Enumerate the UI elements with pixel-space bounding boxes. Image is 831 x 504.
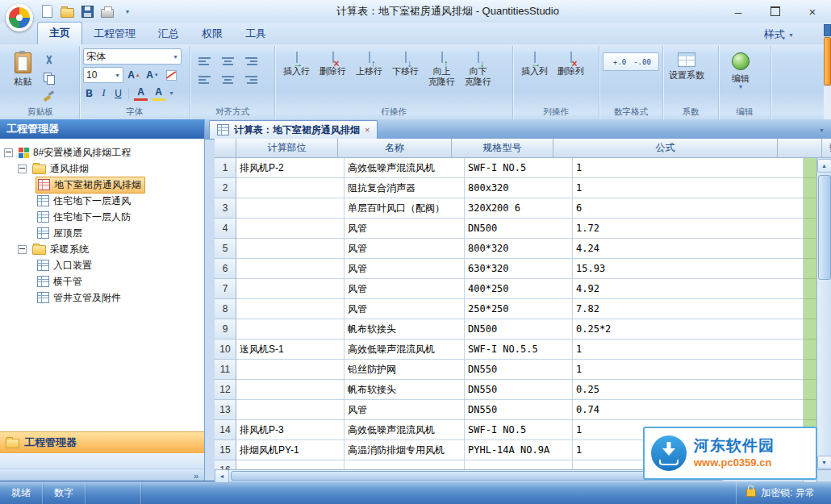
- font-size-combo[interactable]: 10 ▼: [83, 67, 123, 83]
- row-number[interactable]: 1: [215, 158, 236, 178]
- table-row[interactable]: 13 风管 DN550 0.74: [215, 400, 831, 420]
- column-header-part[interactable]: 计算部位: [236, 139, 338, 158]
- move-row-up-button[interactable]: ↑ 上移行: [351, 48, 387, 107]
- cell-spec[interactable]: PYHL-14A NO.9A: [465, 440, 573, 460]
- clone-row-down-button[interactable]: ↓ 向下 克隆行: [460, 48, 496, 107]
- cell-formula[interactable]: 0.74: [573, 400, 804, 420]
- table-row[interactable]: 6 风管 630*320 15.93: [215, 259, 831, 279]
- table-row[interactable]: 11 铅丝防护网 DN550 1: [215, 360, 831, 380]
- cell-part[interactable]: [236, 400, 345, 420]
- format-painter-button[interactable]: [41, 88, 57, 103]
- cell-part[interactable]: [236, 319, 345, 339]
- table-row[interactable]: 12 帆布软接头 DN550 0.25: [215, 380, 831, 400]
- cell-name[interactable]: 风管: [345, 279, 465, 299]
- cell-name[interactable]: 帆布软接头: [345, 319, 465, 339]
- cell-spec[interactable]: DN500: [465, 319, 573, 339]
- cell-part[interactable]: [236, 360, 345, 380]
- page-scroll-thumb[interactable]: [824, 37, 831, 85]
- page-scrollbar[interactable]: [824, 24, 831, 119]
- vertical-scroll-thumb[interactable]: [818, 175, 831, 280]
- italic-button[interactable]: I: [98, 87, 110, 100]
- cell-part[interactable]: 排烟风机PY-1: [236, 440, 345, 460]
- close-button[interactable]: ×: [800, 2, 825, 20]
- chevron-down-icon[interactable]: ▼: [169, 90, 174, 96]
- corner-header-cell[interactable]: [215, 139, 236, 158]
- cell-name[interactable]: 高温消防排烟专用风机: [345, 440, 465, 460]
- cell-part[interactable]: [236, 299, 345, 319]
- cell-formula[interactable]: 7.82: [573, 299, 804, 319]
- table-row[interactable]: 8 风管 250*250 7.82: [215, 299, 831, 319]
- tab-close-icon[interactable]: ×: [365, 125, 370, 135]
- cell-formula[interactable]: 0.25: [573, 380, 804, 400]
- cell-spec[interactable]: SWF-I NO.5.5: [465, 339, 573, 360]
- cell-formula[interactable]: 1: [573, 178, 804, 198]
- bold-button[interactable]: B: [83, 87, 95, 100]
- cell-spec[interactable]: 630*320: [465, 259, 573, 279]
- table-row[interactable]: 4 风管 DN500 1.72: [215, 219, 831, 239]
- scroll-left-button[interactable]: ◄: [215, 469, 229, 483]
- row-number[interactable]: 11: [215, 360, 236, 380]
- highlight-color-button[interactable]: A: [151, 85, 166, 101]
- column-header-result[interactable]: [778, 139, 822, 158]
- row-number[interactable]: 5: [215, 239, 236, 259]
- cell-name[interactable]: 风管: [345, 219, 465, 239]
- cell-formula[interactable]: 4.92: [573, 279, 804, 299]
- cell-formula[interactable]: 6: [573, 198, 804, 219]
- align-left-button[interactable]: [194, 71, 215, 88]
- open-file-button[interactable]: [59, 3, 75, 19]
- row-number[interactable]: 7: [215, 279, 236, 299]
- tab-summary[interactable]: 汇总: [147, 23, 190, 45]
- cell-name[interactable]: 高效低噪声混流风机: [345, 158, 465, 178]
- row-number[interactable]: 2: [215, 178, 236, 198]
- insert-column-button[interactable]: → 插入列: [516, 48, 553, 107]
- paste-button[interactable]: 粘贴: [5, 48, 41, 107]
- font-color-button[interactable]: A: [133, 85, 148, 101]
- table-row[interactable]: 7 风管 400*250 4.92: [215, 279, 831, 299]
- clone-row-up-button[interactable]: ↑ 向上 克隆行: [424, 48, 460, 107]
- tree-node-inlet-device[interactable]: 入口装置: [0, 257, 204, 273]
- vertical-scrollbar[interactable]: ▲ ▼: [816, 158, 831, 470]
- valign-middle-button[interactable]: [217, 52, 239, 69]
- cell-spec[interactable]: SWF-I NO.5: [465, 158, 573, 178]
- underline-button[interactable]: U: [112, 87, 124, 100]
- cell-name[interactable]: 单层百叶风口（配阀）: [345, 198, 465, 219]
- align-center-button[interactable]: [217, 71, 239, 88]
- tree-node-heating-folder[interactable]: 采暖系统: [0, 241, 204, 257]
- copy-button[interactable]: [41, 70, 57, 85]
- tree-node-shaft-riser-accessories[interactable]: 管井立管及附件: [0, 289, 204, 306]
- cell-name[interactable]: 帆布软接头: [345, 380, 465, 400]
- table-row[interactable]: 3 单层百叶风口（配阀） 320X200 6 6: [215, 198, 831, 219]
- cell-spec[interactable]: 800x320: [465, 178, 573, 198]
- row-number[interactable]: 9: [215, 319, 236, 339]
- cell-part[interactable]: 送风机S-1: [236, 339, 345, 360]
- cell-spec[interactable]: DN550: [465, 380, 573, 400]
- move-row-down-button[interactable]: ↓ 下移行: [387, 48, 424, 107]
- new-document-button[interactable]: [39, 3, 55, 19]
- collapse-icon[interactable]: [18, 165, 27, 173]
- save-button[interactable]: [79, 3, 95, 19]
- qat-customize-button[interactable]: ▼: [119, 3, 136, 19]
- delete-column-button[interactable]: × 删除列: [553, 48, 589, 107]
- tab-permissions[interactable]: 权限: [190, 23, 234, 45]
- tab-home[interactable]: 主页: [37, 22, 82, 45]
- valign-bottom-button[interactable]: [240, 52, 262, 69]
- set-coefficient-button[interactable]: 设置系数: [666, 48, 707, 107]
- cell-spec[interactable]: SWF-I NO.5: [465, 420, 573, 440]
- cell-part[interactable]: [236, 279, 345, 299]
- font-name-combo[interactable]: 宋体 ▼: [83, 48, 182, 65]
- cell-formula[interactable]: 1: [573, 360, 804, 380]
- cell-part[interactable]: [236, 178, 345, 198]
- cell-formula[interactable]: 1: [573, 158, 804, 178]
- row-number[interactable]: 13: [215, 400, 236, 420]
- row-number[interactable]: 4: [215, 219, 236, 239]
- column-header-quantity[interactable]: 数: [822, 139, 831, 158]
- grow-font-button[interactable]: A▲: [126, 68, 142, 83]
- row-number[interactable]: 10: [215, 339, 236, 360]
- valign-top-button[interactable]: [194, 52, 215, 69]
- cell-formula[interactable]: 1: [573, 339, 804, 360]
- document-tab[interactable]: 计算表：地下室裙房通风排烟 ×: [209, 120, 378, 139]
- decrease-decimal-button[interactable]: -.00: [633, 55, 653, 69]
- cell-part[interactable]: [236, 239, 345, 259]
- column-header-name[interactable]: 名称: [338, 139, 452, 158]
- cell-part[interactable]: [236, 380, 345, 400]
